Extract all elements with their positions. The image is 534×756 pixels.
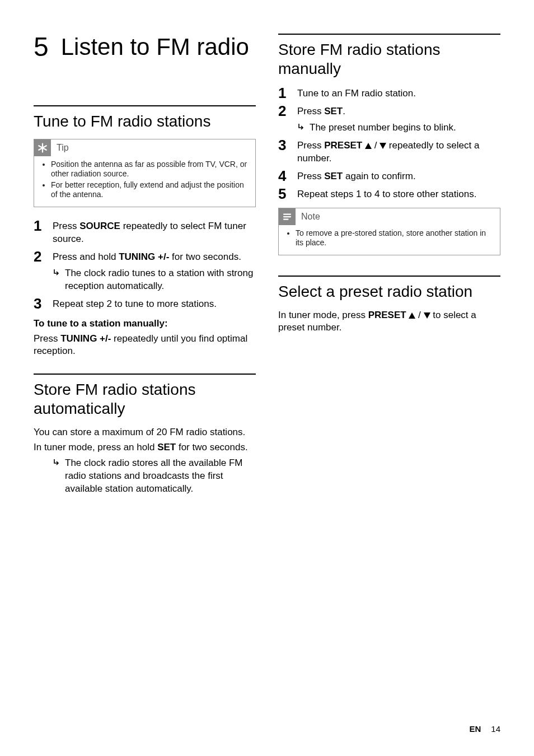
triangle-up-icon — [409, 312, 415, 319]
note-header: Note — [279, 208, 500, 225]
page-footer: EN 14 — [34, 724, 500, 734]
triangle-down-icon — [380, 143, 386, 149]
chapter-heading: 5 Listen to FM radio — [34, 34, 256, 60]
step-number: 5 — [278, 186, 291, 201]
manual-heading: To tune to a station manually: — [34, 318, 256, 330]
chapter-number: 5 — [34, 34, 49, 60]
step-item: 3 Repeat step 2 to tune to more stations… — [34, 296, 256, 311]
step-number: 2 — [278, 104, 291, 118]
step-result: The preset number begins to blink. — [297, 122, 500, 134]
section-title: Select a preset radio station — [278, 282, 500, 301]
body-text: You can store a maximum of 20 FM radio s… — [34, 426, 256, 439]
section-title: Tune to FM radio stations — [34, 112, 256, 131]
note-item: To remove a pre-stored station, store an… — [296, 228, 492, 248]
step-text: Press SET. The preset number begins to b… — [297, 104, 500, 134]
step-text: Tune to an FM radio station. — [297, 86, 500, 100]
step-text: Press SOURCE repeatedly to select FM tun… — [53, 218, 256, 246]
step-text: Repeat step 2 to tune to more stations. — [53, 296, 256, 311]
step-number: 2 — [34, 249, 46, 264]
manual-text: Press TUNING +/- repeatedly until you fi… — [34, 333, 256, 358]
body-text: In tuner mode, press an hold SET for two… — [34, 441, 256, 454]
section-tune: Tune to FM radio stations Tip Position t… — [34, 105, 256, 358]
footer-language: EN — [469, 724, 481, 734]
step-number: 1 — [278, 86, 291, 100]
step-item: 2 Press SET. The preset number begins to… — [278, 104, 500, 134]
step-item: 5 Repeat steps 1 to 4 to store other sta… — [278, 186, 500, 201]
body-text: In tuner mode, press PRESET / to select … — [278, 309, 500, 335]
result-row: The clock radio stores all the available… — [34, 456, 256, 496]
tip-header: Tip — [34, 139, 255, 156]
step-number: 1 — [34, 218, 46, 233]
step-result: The clock radio stores all the available… — [53, 457, 256, 496]
step-item: 3 Press PRESET / repeatedly to select a … — [278, 138, 500, 165]
step-text: Press PRESET / repeatedly to select a nu… — [297, 138, 500, 165]
result-arrow-icon — [297, 123, 305, 131]
note-icon — [279, 208, 296, 225]
step-item: 1 Press SOURCE repeatedly to select FM t… — [34, 218, 256, 246]
result-arrow-icon — [53, 459, 60, 466]
right-column: Store FM radio stations manually 1 Tune … — [278, 34, 500, 724]
step-number: 3 — [34, 296, 46, 311]
section-title: Store FM radio stations automatically — [34, 380, 256, 418]
step-number: 3 — [278, 138, 291, 152]
step-text: Repeat steps 1 to 4 to store other stati… — [297, 186, 500, 201]
note-label: Note — [301, 212, 320, 222]
tip-callout: Tip Position the antenna as far as possi… — [34, 139, 256, 207]
step-item: 1 Tune to an FM radio station. — [278, 86, 500, 100]
result-arrow-icon — [53, 269, 60, 277]
footer-page-number: 14 — [491, 724, 500, 734]
section-store-manual: Store FM radio stations manually 1 Tune … — [278, 34, 500, 255]
note-body: To remove a pre-stored station, store an… — [279, 225, 500, 255]
left-column: 5 Listen to FM radio Tune to FM radio st… — [34, 34, 256, 724]
tip-label: Tip — [57, 143, 69, 153]
tip-item: Position the antenna as far as possible … — [51, 160, 247, 179]
step-text: Press SET again to confirm. — [297, 169, 500, 183]
step-item: 4 Press SET again to confirm. — [278, 169, 500, 183]
steps-list: 1 Press SOURCE repeatedly to select FM t… — [34, 218, 256, 311]
tip-item: For better reception, fully extend and a… — [51, 180, 247, 200]
tip-body: Position the antenna as far as possible … — [34, 156, 255, 207]
step-item: 2 Press and hold TUNING +/- for two seco… — [34, 249, 256, 293]
steps-list: 1 Tune to an FM radio station. 2 Press S… — [278, 86, 500, 201]
chapter-title: Listen to FM radio — [61, 34, 249, 60]
note-callout: Note To remove a pre-stored station, sto… — [278, 208, 500, 255]
triangle-up-icon — [365, 143, 372, 149]
triangle-down-icon — [424, 312, 430, 319]
step-result: The clock radio tunes to a station with … — [53, 267, 256, 293]
section-select-preset: Select a preset radio station In tuner m… — [278, 276, 500, 334]
section-store-auto: Store FM radio stations automatically Yo… — [34, 374, 256, 496]
step-number: 4 — [278, 169, 291, 183]
section-title: Store FM radio stations manually — [278, 40, 500, 78]
step-text: Press and hold TUNING +/- for two second… — [53, 249, 256, 293]
asterisk-icon — [34, 139, 51, 156]
